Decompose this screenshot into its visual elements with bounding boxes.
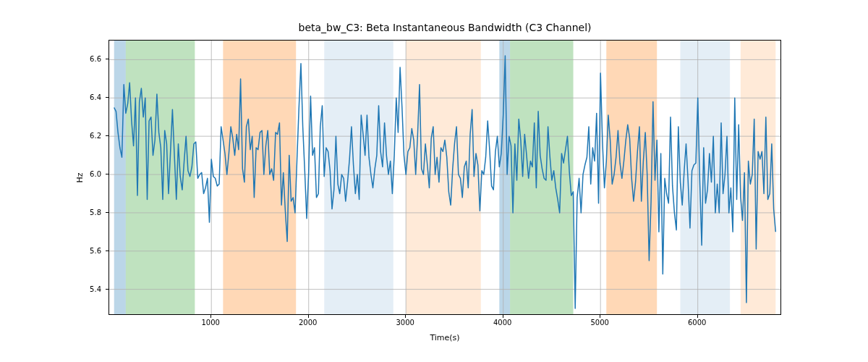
plot-area bbox=[109, 40, 781, 315]
chart-title: beta_bw_C3: Beta Instantaneous Bandwidth… bbox=[109, 22, 781, 33]
x-tickmark bbox=[503, 315, 503, 318]
y-tick-label: 5.8 bbox=[90, 208, 101, 216]
shaded-region bbox=[510, 41, 573, 314]
y-tickmark bbox=[106, 212, 109, 213]
y-tick-label: 6.6 bbox=[90, 55, 101, 63]
x-tick-label: 1000 bbox=[201, 319, 219, 327]
y-tickmark bbox=[106, 59, 109, 59]
y-tickmark bbox=[106, 174, 109, 174]
y-tick-label: 6.0 bbox=[90, 170, 101, 178]
figure: beta_bw_C3: Beta Instantaneous Bandwidth… bbox=[0, 0, 868, 362]
x-tick-label: 3000 bbox=[396, 319, 414, 327]
x-tick-label: 6000 bbox=[688, 319, 706, 327]
y-tickmark bbox=[106, 97, 109, 98]
plot-svg bbox=[109, 41, 780, 314]
x-tickmark bbox=[210, 315, 211, 318]
x-tickmark bbox=[697, 315, 698, 318]
shaded-region bbox=[406, 41, 481, 314]
x-tickmark bbox=[308, 315, 309, 318]
shaded-region bbox=[114, 41, 126, 314]
x-tickmark bbox=[600, 315, 600, 318]
y-tick-label: 6.2 bbox=[90, 132, 101, 140]
shaded-region bbox=[223, 41, 296, 314]
x-tickmark bbox=[405, 315, 406, 318]
x-tick-label: 4000 bbox=[493, 319, 511, 327]
shaded-region bbox=[126, 41, 195, 314]
y-tick-label: 5.6 bbox=[90, 246, 101, 254]
y-tickmark bbox=[106, 251, 109, 251]
y-tickmark bbox=[106, 289, 109, 290]
y-tick-label: 6.4 bbox=[90, 93, 101, 101]
y-axis-label: Hz bbox=[72, 40, 87, 315]
y-tick-label: 5.4 bbox=[90, 285, 101, 292]
y-tickmark bbox=[106, 135, 109, 136]
x-tick-label: 5000 bbox=[590, 319, 608, 327]
x-axis-label: Time(s) bbox=[109, 333, 781, 342]
x-tick-label: 2000 bbox=[299, 319, 317, 327]
